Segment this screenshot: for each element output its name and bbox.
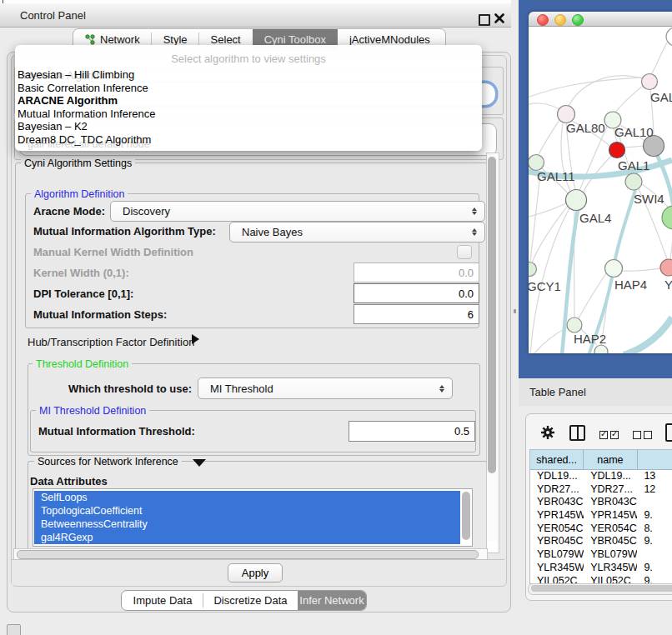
algorithm-option[interactable]: Mutual Information Inference bbox=[18, 108, 155, 120]
scrollbar-thumb[interactable] bbox=[531, 585, 672, 592]
tab-infer-network[interactable]: Infer Network bbox=[298, 591, 366, 610]
node-label: GAL1 bbox=[618, 158, 649, 172]
mi-threshold-label: Mutual Information Threshold: bbox=[38, 425, 195, 438]
scrollbar-thumb[interactable] bbox=[17, 550, 479, 559]
zoom-traffic-light[interactable] bbox=[572, 14, 584, 26]
manual-kernel-checkbox[interactable] bbox=[457, 245, 472, 259]
node-label: GAL bbox=[650, 90, 672, 104]
network-node[interactable] bbox=[529, 262, 537, 277]
network-node[interactable] bbox=[529, 155, 544, 171]
document-icon[interactable] bbox=[665, 423, 672, 442]
node-label: HAP4 bbox=[614, 278, 647, 292]
algorithm-option[interactable]: Basic Correlation Inference bbox=[18, 82, 148, 94]
columns-icon[interactable] bbox=[569, 425, 585, 441]
tab-label: Network bbox=[100, 33, 140, 46]
network-view-panel: GALGAL80GAL10GAL1GAL11SWI4GAL4HAP4YGCY1H… bbox=[519, 0, 672, 378]
network-node[interactable] bbox=[662, 206, 672, 229]
kernel-width-label: Kernel Width (0,1): bbox=[33, 267, 129, 279]
table-row[interactable]: YBR045CYBR045C9. bbox=[530, 535, 672, 548]
network-node[interactable] bbox=[660, 259, 672, 276]
scrollbar-corner bbox=[487, 541, 497, 552]
algorithm-option[interactable]: Dream8 DC_TDC Algorithm bbox=[18, 133, 151, 146]
collapse-down-icon[interactable] bbox=[193, 459, 206, 467]
algorithm-option[interactable]: Bayesian – Hill Climbing bbox=[18, 68, 134, 81]
tab-discretize-data[interactable]: Discretize Data bbox=[203, 591, 298, 610]
collapsed-panel-button[interactable] bbox=[7, 624, 21, 635]
table-row[interactable]: YER054CYER054C8. bbox=[530, 522, 672, 536]
network-edge bbox=[622, 268, 660, 271]
mi-steps-input[interactable]: 6 bbox=[354, 304, 479, 324]
scrollbar-thumb[interactable] bbox=[488, 157, 496, 473]
manual-kernel-label: Manual Kernel Width Definition bbox=[33, 246, 193, 258]
table-row[interactable]: YLR345WYLR345W9. bbox=[530, 562, 672, 575]
control-panel-titlebar[interactable]: Control Panel bbox=[0, 3, 511, 28]
table-row[interactable]: YBR043CYBR043C bbox=[530, 496, 672, 509]
node-label: SWI4 bbox=[634, 192, 664, 206]
table-row[interactable]: YDL19...YDL19...13 bbox=[530, 470, 672, 483]
network-window-titlebar[interactable] bbox=[529, 12, 672, 27]
table-cell: YBR045C bbox=[584, 535, 637, 548]
minimize-traffic-light[interactable] bbox=[554, 14, 566, 26]
table-horizontal-scrollbar[interactable] bbox=[528, 583, 672, 595]
column-header[interactable]: shared... bbox=[530, 450, 584, 469]
network-node[interactable] bbox=[567, 318, 582, 332]
table-row[interactable]: YDR27...YDR27...12 bbox=[530, 483, 672, 497]
gear-icon[interactable] bbox=[541, 426, 554, 439]
table-cell: YDL19... bbox=[530, 470, 584, 483]
dpi-tolerance-label: DPI Tolerance [0,1]: bbox=[33, 288, 133, 300]
close-traffic-light[interactable] bbox=[537, 14, 549, 26]
network-edge bbox=[539, 120, 559, 155]
table-cell: YDL19... bbox=[584, 470, 637, 483]
algorithm-option[interactable]: ARACNE Algorithm bbox=[18, 94, 118, 107]
tab-label: Infer Network bbox=[299, 594, 364, 607]
aracne-mode-combobox[interactable]: Discovery bbox=[110, 201, 485, 222]
list-scrollbar[interactable] bbox=[462, 492, 470, 540]
divider-handle[interactable] bbox=[514, 309, 516, 313]
mi-type-combobox[interactable]: Naive Bayes bbox=[229, 222, 485, 242]
table-cell bbox=[637, 548, 672, 562]
data-attribute-item[interactable]: gal4RGexp bbox=[34, 531, 460, 544]
select-all-columns-icon[interactable]: ✓✓ bbox=[599, 428, 621, 442]
network-node[interactable] bbox=[642, 74, 658, 90]
mi-threshold-input[interactable]: 0.5 bbox=[349, 421, 475, 442]
combo-value: MI Threshold bbox=[210, 382, 273, 395]
node-table[interactable]: shared...name YDL19...YDL19...13YDR27...… bbox=[529, 449, 672, 584]
node-label: GCY1 bbox=[529, 279, 561, 293]
deselect-all-columns-icon[interactable] bbox=[633, 428, 654, 442]
panel-divider[interactable] bbox=[511, 0, 519, 635]
data-attribute-item[interactable]: TopologicalCoefficient bbox=[34, 504, 460, 518]
apply-button[interactable]: Apply bbox=[228, 563, 283, 582]
network-window: GALGAL80GAL10GAL1GAL11SWI4GAL4HAP4YGCY1H… bbox=[529, 12, 672, 353]
aracne-mode-label: Aracne Mode: bbox=[33, 205, 105, 218]
network-node[interactable] bbox=[605, 260, 623, 278]
network-node[interactable] bbox=[625, 173, 642, 190]
dpi-tolerance-input[interactable]: 0.0 bbox=[354, 283, 479, 303]
network-edge bbox=[529, 103, 559, 109]
mi-steps-label: Mutual Information Steps: bbox=[33, 308, 167, 321]
combo-value: Naive Bayes bbox=[242, 226, 303, 238]
network-canvas[interactable]: GALGAL80GAL10GAL1GAL11SWI4GAL4HAP4YGCY1H… bbox=[529, 27, 672, 353]
network-node[interactable] bbox=[609, 142, 625, 158]
data-attribute-item[interactable]: SelfLoops bbox=[34, 491, 460, 504]
network-node[interactable] bbox=[566, 190, 587, 211]
which-threshold-combobox[interactable]: MI Threshold bbox=[198, 378, 453, 399]
tab-impute-data[interactable]: Impute Data bbox=[122, 591, 203, 610]
table-cell: YDR27... bbox=[584, 483, 637, 497]
network-node[interactable] bbox=[594, 345, 608, 353]
tab-label: Discretize Data bbox=[213, 594, 287, 607]
network-edge-highlighted bbox=[624, 318, 672, 353]
tab-label: jActiveMNodules bbox=[349, 33, 430, 46]
float-window-button[interactable] bbox=[479, 14, 490, 26]
data-attributes-list[interactable]: SelfLoopsTopologicalCoefficientBetweenne… bbox=[33, 488, 473, 547]
spinner-arrows-icon bbox=[472, 202, 477, 221]
table-row[interactable]: YBL079WYBL079W bbox=[530, 548, 672, 562]
hub-definition-label[interactable]: Hub/Transcription Factor Definition bbox=[28, 336, 194, 348]
column-header[interactable] bbox=[638, 450, 672, 469]
column-header[interactable]: name bbox=[584, 450, 637, 469]
close-window-icon[interactable] bbox=[494, 13, 504, 23]
kernel-width-input[interactable]: 0.0 bbox=[354, 262, 479, 282]
expand-right-icon[interactable] bbox=[192, 334, 199, 344]
table-row[interactable]: YPR145WYPR145W9. bbox=[530, 509, 672, 522]
data-attribute-item[interactable]: BetweennessCentrality bbox=[34, 518, 460, 531]
algorithm-option[interactable]: Bayesian – K2 bbox=[18, 120, 88, 132]
